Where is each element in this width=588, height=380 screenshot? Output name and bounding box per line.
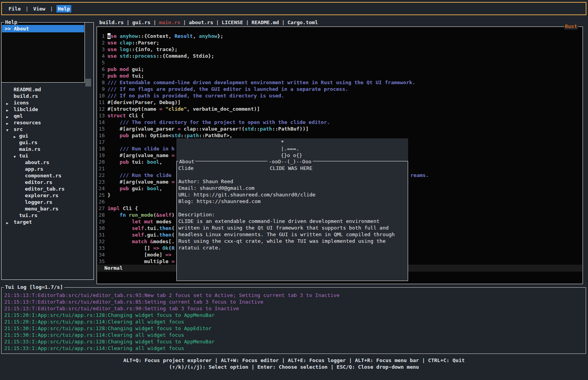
code-line-4[interactable]: 4use std::process::{Command, Stdio}; <box>97 53 582 59</box>
help-dropdown-title: Help <box>4 19 18 25</box>
tab-cargo.toml[interactable]: Cargo.toml <box>287 19 318 26</box>
explorer-item-editor-rs[interactable]: editor.rs <box>2 179 93 186</box>
explorer-item-label: editor.rs <box>25 179 52 186</box>
line-number: 28 <box>97 212 105 218</box>
explorer-item-label: target <box>14 219 32 225</box>
explorer-item-gui[interactable]: ▶gui <box>2 133 93 139</box>
explorer-item-label: main.rs <box>19 146 40 152</box>
code-line-text: /// If no flags are provided, the GUI ed… <box>107 86 348 92</box>
scrollbar-thumb[interactable] <box>85 79 91 87</box>
editor-tab-bar: build.rs|gui.rs|main.rs|about.rs|LICENSE… <box>99 19 318 26</box>
code-line-13[interactable]: 13struct Cli { <box>97 112 582 119</box>
code-line-1[interactable]: 1use anyhow::{Context, Result, anyhow}; <box>97 33 582 39</box>
code-line-text: #[arg(value_parser = clap::value_parser!… <box>107 126 309 132</box>
text-cursor: u <box>107 33 111 39</box>
explorer-item-component-rs[interactable]: component.rs <box>2 172 93 179</box>
code-line-3[interactable]: 3use log::{info, trace}; <box>97 46 582 53</box>
log-entry: 21:15:13:T:EditorTab:src/tui/editor_tab.… <box>4 305 585 312</box>
explorer-item-qml[interactable]: ▶qml <box>2 113 93 119</box>
menu-item-file[interactable]: File <box>7 5 22 12</box>
code-line-tail: reams. <box>410 172 429 179</box>
explorer-item-build-rs[interactable]: build.rs <box>2 93 93 99</box>
explorer-item-label: README.md <box>14 86 41 93</box>
tab-readme.md[interactable]: README.md <box>252 19 279 26</box>
line-number: 25 <box>97 192 105 198</box>
tab-separator: | <box>127 19 130 26</box>
explorer-item-about-rs[interactable]: about.rs <box>2 159 93 166</box>
code-line-14[interactable]: 14 /// The root directory for the projec… <box>97 119 582 125</box>
tab-gui.rs[interactable]: gui.rs <box>132 19 150 26</box>
explorer-item-target[interactable]: ▶target <box>2 219 93 225</box>
explorer-item-label: qml <box>14 113 23 119</box>
line-number: 30 <box>97 225 105 232</box>
line-number: 13 <box>97 112 105 119</box>
line-number: 8 <box>97 79 105 86</box>
menu-separator: | <box>25 5 28 12</box>
tab-license[interactable]: LICENSE <box>222 19 243 26</box>
tab-separator: | <box>246 19 249 26</box>
code-line-8[interactable]: 8/// Extendable command-line driven deve… <box>97 79 582 86</box>
log-entry: 21:15:33:I:App:src/tui/app.rs:114:Cleari… <box>4 345 585 352</box>
explorer-item-label: about.rs <box>25 159 49 166</box>
ascii-art: * |.===. {}o o{} <box>269 139 302 159</box>
code-line-text: multiple = <box>107 258 174 264</box>
explorer-item-label: tui <box>19 152 28 159</box>
code-line-5[interactable]: 5 <box>97 59 582 66</box>
explorer-item-tui[interactable]: ▼tui <box>2 152 93 159</box>
tab-build.rs[interactable]: build.rs <box>99 19 124 26</box>
line-number: 1 <box>97 33 105 39</box>
code-line-text: struct Cli { <box>107 113 144 118</box>
code-line-7[interactable]: 7pub mod tui; <box>97 72 582 79</box>
code-line-12[interactable]: 12#[structopt(name = "clide", verbatim_d… <box>97 106 582 112</box>
code-line-text: impl Cli { <box>107 205 138 211</box>
line-number: 4 <box>97 53 105 59</box>
chevron-right-icon: ▶ <box>6 220 8 226</box>
menu-separator: | <box>50 5 53 12</box>
line-number: 34 <box>97 251 105 258</box>
line-number: 16 <box>97 132 105 139</box>
code-line-text: [mode] => <box>107 252 171 258</box>
explorer-item-label: libclide <box>14 106 38 113</box>
explorer-item-tui-rs[interactable]: tui.rs <box>2 212 93 219</box>
dropdown-item-about[interactable]: >> About <box>2 25 84 32</box>
explorer-item-label: menu_bar.rs <box>25 205 58 212</box>
menu-item-view[interactable]: View <box>32 5 46 12</box>
tab-main.rs[interactable]: main.rs <box>159 19 180 26</box>
line-number: 3 <box>97 46 105 53</box>
line-number: 20 <box>97 159 105 165</box>
explorer-item-label: editor_tab.rs <box>25 186 65 192</box>
line-number: 26 <box>97 198 105 205</box>
code-line-11[interactable]: 11#[derive(Parser, Debug)] <box>97 99 582 106</box>
explorer-item-explorer-rs[interactable]: explorer.rs <box>2 192 93 199</box>
code-line-2[interactable]: 2use clap::Parser; <box>97 39 582 46</box>
explorer-item-menu-bar-rs[interactable]: menu_bar.rs <box>2 205 93 212</box>
explorer-item-editor-tab-rs[interactable]: editor_tab.rs <box>2 186 93 192</box>
code-line-text: use log::{info, trace}; <box>107 46 178 52</box>
code-line-text: pub mod gui; <box>107 66 144 72</box>
code-line-6[interactable]: 6pub mod gui; <box>97 66 582 72</box>
explorer-item-gui-rs[interactable]: gui.rs <box>2 139 93 146</box>
code-line-10[interactable]: 10/// If no path is provided, the curren… <box>97 92 582 99</box>
tab-separator: | <box>153 19 156 26</box>
code-line-text: fn run_mode(&self) <box>107 212 174 218</box>
code-line-16[interactable]: 16 pub path: Option<std::path::PathBuf>, <box>97 132 582 139</box>
explorer-item-main-rs[interactable]: main.rs <box>2 146 93 152</box>
explorer-item-resources[interactable]: ▶resources <box>2 119 93 126</box>
explorer-item-logger-rs[interactable]: logger.rs <box>2 199 93 205</box>
line-number: 31 <box>97 232 105 238</box>
code-line-text: /// Run clide in h <box>107 146 174 152</box>
log-panel: Tui Log [log=1.7/s] 21:15:13:T:EditorTab… <box>1 287 586 354</box>
code-line-15[interactable]: 15 #[arg(value_parser = clap::value_pars… <box>97 125 582 132</box>
log-entry: 21:15:30:I:App:src/tui/app.rs:114:Cleari… <box>4 332 585 338</box>
shortcut-bar-line2: (↑/k)/(↓/j): Select option | Enter: Choo… <box>0 364 588 370</box>
explorer-item-src[interactable]: ▼src <box>2 126 93 133</box>
line-number: 5 <box>97 59 105 66</box>
code-line-9[interactable]: 9/// If no flags are provided, the GUI e… <box>97 86 582 92</box>
tab-about.rs[interactable]: about.rs <box>189 19 213 26</box>
explorer-item-readme-md[interactable]: README.md <box>2 86 93 93</box>
menu-item-help[interactable]: Help <box>56 5 71 12</box>
explorer-item-libclide[interactable]: ▶libclide <box>2 106 93 113</box>
explorer-item-app-rs[interactable]: app.rs <box>2 166 93 172</box>
explorer-item-icons[interactable]: ▶icons <box>2 99 93 106</box>
about-popup-title: About <box>178 158 195 165</box>
